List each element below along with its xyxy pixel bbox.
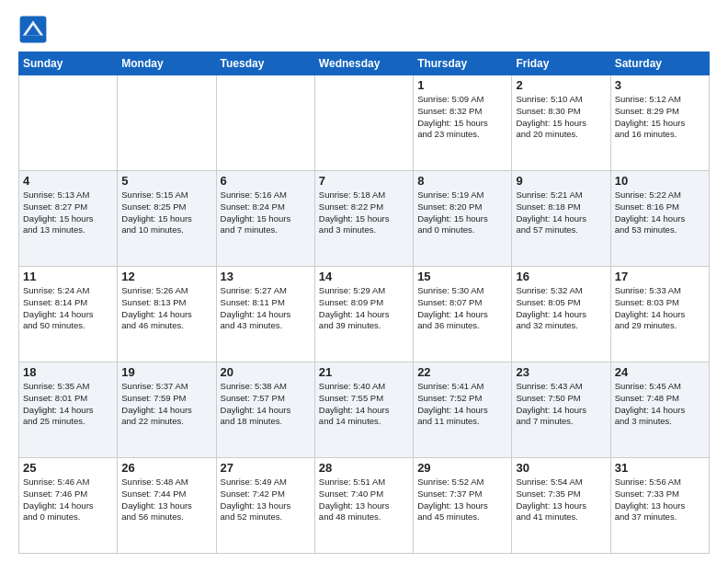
day-number: 30 bbox=[516, 461, 606, 475]
calendar-cell: 5Sunrise: 5:15 AM Sunset: 8:25 PM Daylig… bbox=[118, 171, 216, 267]
day-number: 18 bbox=[23, 365, 113, 379]
calendar-cell: 27Sunrise: 5:49 AM Sunset: 7:42 PM Dayli… bbox=[216, 458, 314, 554]
day-number: 25 bbox=[23, 461, 113, 475]
day-info: Sunrise: 5:56 AM Sunset: 7:33 PM Dayligh… bbox=[615, 477, 705, 523]
page: SundayMondayTuesdayWednesdayThursdayFrid… bbox=[0, 0, 728, 563]
calendar-cell bbox=[216, 75, 314, 171]
day-number: 14 bbox=[319, 270, 409, 283]
calendar-cell bbox=[118, 75, 216, 171]
weekday-header-sunday: Sunday bbox=[19, 52, 118, 75]
calendar-cell: 4Sunrise: 5:13 AM Sunset: 8:27 PM Daylig… bbox=[19, 171, 118, 267]
day-number: 28 bbox=[319, 461, 409, 475]
weekday-header-wednesday: Wednesday bbox=[314, 52, 413, 75]
calendar-cell: 10Sunrise: 5:22 AM Sunset: 8:16 PM Dayli… bbox=[610, 171, 709, 267]
logo bbox=[18, 15, 51, 44]
day-info: Sunrise: 5:54 AM Sunset: 7:35 PM Dayligh… bbox=[516, 477, 606, 523]
day-number: 13 bbox=[221, 270, 311, 283]
day-info: Sunrise: 5:52 AM Sunset: 7:37 PM Dayligh… bbox=[417, 477, 507, 523]
day-number: 29 bbox=[417, 461, 507, 475]
day-info: Sunrise: 5:22 AM Sunset: 8:16 PM Dayligh… bbox=[615, 190, 705, 236]
day-info: Sunrise: 5:45 AM Sunset: 7:48 PM Dayligh… bbox=[615, 381, 705, 428]
calendar-cell: 31Sunrise: 5:56 AM Sunset: 7:33 PM Dayli… bbox=[610, 458, 709, 554]
day-info: Sunrise: 5:49 AM Sunset: 7:42 PM Dayligh… bbox=[221, 477, 311, 523]
day-info: Sunrise: 5:12 AM Sunset: 8:29 PM Dayligh… bbox=[615, 94, 705, 141]
day-info: Sunrise: 5:30 AM Sunset: 8:07 PM Dayligh… bbox=[417, 285, 507, 332]
day-number: 19 bbox=[121, 365, 211, 379]
day-info: Sunrise: 5:32 AM Sunset: 8:05 PM Dayligh… bbox=[516, 285, 606, 332]
calendar-cell: 29Sunrise: 5:52 AM Sunset: 7:37 PM Dayli… bbox=[414, 458, 512, 554]
day-info: Sunrise: 5:19 AM Sunset: 8:20 PM Dayligh… bbox=[417, 190, 507, 236]
calendar-cell: 26Sunrise: 5:48 AM Sunset: 7:44 PM Dayli… bbox=[118, 458, 216, 554]
weekday-header-thursday: Thursday bbox=[414, 52, 512, 75]
calendar-cell: 21Sunrise: 5:40 AM Sunset: 7:55 PM Dayli… bbox=[314, 362, 413, 458]
day-number: 9 bbox=[516, 174, 606, 188]
day-number: 23 bbox=[516, 365, 606, 379]
day-info: Sunrise: 5:46 AM Sunset: 7:46 PM Dayligh… bbox=[23, 477, 113, 523]
day-number: 31 bbox=[615, 461, 705, 475]
day-number: 4 bbox=[23, 174, 113, 188]
day-number: 15 bbox=[417, 270, 507, 283]
day-number: 21 bbox=[319, 365, 409, 379]
day-info: Sunrise: 5:24 AM Sunset: 8:14 PM Dayligh… bbox=[23, 285, 113, 332]
calendar-cell: 18Sunrise: 5:35 AM Sunset: 8:01 PM Dayli… bbox=[19, 362, 118, 458]
calendar-cell: 25Sunrise: 5:46 AM Sunset: 7:46 PM Dayli… bbox=[19, 458, 118, 554]
day-info: Sunrise: 5:10 AM Sunset: 8:30 PM Dayligh… bbox=[516, 94, 606, 141]
calendar-row-4: 18Sunrise: 5:35 AM Sunset: 8:01 PM Dayli… bbox=[19, 362, 710, 458]
calendar-cell: 16Sunrise: 5:32 AM Sunset: 8:05 PM Dayli… bbox=[512, 267, 610, 362]
day-number: 6 bbox=[221, 174, 311, 188]
weekday-header-saturday: Saturday bbox=[610, 52, 709, 75]
day-info: Sunrise: 5:51 AM Sunset: 7:40 PM Dayligh… bbox=[319, 477, 409, 523]
calendar-cell: 20Sunrise: 5:38 AM Sunset: 7:57 PM Dayli… bbox=[216, 362, 314, 458]
day-info: Sunrise: 5:40 AM Sunset: 7:55 PM Dayligh… bbox=[319, 381, 409, 428]
calendar-cell: 30Sunrise: 5:54 AM Sunset: 7:35 PM Dayli… bbox=[512, 458, 610, 554]
day-number: 26 bbox=[121, 461, 211, 475]
day-info: Sunrise: 5:26 AM Sunset: 8:13 PM Dayligh… bbox=[121, 285, 211, 332]
calendar-cell: 6Sunrise: 5:16 AM Sunset: 8:24 PM Daylig… bbox=[216, 171, 314, 267]
day-number: 5 bbox=[121, 174, 211, 188]
calendar-row-2: 4Sunrise: 5:13 AM Sunset: 8:27 PM Daylig… bbox=[19, 171, 710, 267]
day-number: 2 bbox=[516, 78, 606, 92]
day-info: Sunrise: 5:16 AM Sunset: 8:24 PM Dayligh… bbox=[221, 190, 311, 236]
day-info: Sunrise: 5:09 AM Sunset: 8:32 PM Dayligh… bbox=[417, 94, 507, 141]
calendar-cell: 1Sunrise: 5:09 AM Sunset: 8:32 PM Daylig… bbox=[414, 75, 512, 171]
calendar-row-3: 11Sunrise: 5:24 AM Sunset: 8:14 PM Dayli… bbox=[19, 267, 710, 362]
header bbox=[18, 15, 710, 44]
calendar-cell: 8Sunrise: 5:19 AM Sunset: 8:20 PM Daylig… bbox=[414, 171, 512, 267]
day-number: 17 bbox=[615, 270, 705, 283]
calendar-cell: 19Sunrise: 5:37 AM Sunset: 7:59 PM Dayli… bbox=[118, 362, 216, 458]
weekday-header-row: SundayMondayTuesdayWednesdayThursdayFrid… bbox=[19, 52, 710, 75]
weekday-header-tuesday: Tuesday bbox=[216, 52, 314, 75]
calendar-cell: 23Sunrise: 5:43 AM Sunset: 7:50 PM Dayli… bbox=[512, 362, 610, 458]
day-number: 12 bbox=[121, 270, 211, 283]
calendar-cell: 2Sunrise: 5:10 AM Sunset: 8:30 PM Daylig… bbox=[512, 75, 610, 171]
calendar-cell: 14Sunrise: 5:29 AM Sunset: 8:09 PM Dayli… bbox=[314, 267, 413, 362]
day-info: Sunrise: 5:18 AM Sunset: 8:22 PM Dayligh… bbox=[319, 190, 409, 236]
calendar-cell bbox=[19, 75, 118, 171]
day-number: 1 bbox=[417, 78, 507, 92]
day-info: Sunrise: 5:27 AM Sunset: 8:11 PM Dayligh… bbox=[221, 285, 311, 332]
day-number: 27 bbox=[221, 461, 311, 475]
day-info: Sunrise: 5:43 AM Sunset: 7:50 PM Dayligh… bbox=[516, 381, 606, 428]
calendar-row-5: 25Sunrise: 5:46 AM Sunset: 7:46 PM Dayli… bbox=[19, 458, 710, 554]
day-number: 20 bbox=[221, 365, 311, 379]
calendar-cell: 7Sunrise: 5:18 AM Sunset: 8:22 PM Daylig… bbox=[314, 171, 413, 267]
calendar-cell: 17Sunrise: 5:33 AM Sunset: 8:03 PM Dayli… bbox=[610, 267, 709, 362]
day-number: 16 bbox=[516, 270, 606, 283]
day-number: 22 bbox=[417, 365, 507, 379]
logo-icon bbox=[18, 15, 48, 44]
calendar-cell: 28Sunrise: 5:51 AM Sunset: 7:40 PM Dayli… bbox=[314, 458, 413, 554]
calendar-cell: 13Sunrise: 5:27 AM Sunset: 8:11 PM Dayli… bbox=[216, 267, 314, 362]
weekday-header-monday: Monday bbox=[118, 52, 216, 75]
day-number: 3 bbox=[615, 78, 705, 92]
calendar-cell: 12Sunrise: 5:26 AM Sunset: 8:13 PM Dayli… bbox=[118, 267, 216, 362]
day-info: Sunrise: 5:29 AM Sunset: 8:09 PM Dayligh… bbox=[319, 285, 409, 332]
calendar-cell: 22Sunrise: 5:41 AM Sunset: 7:52 PM Dayli… bbox=[414, 362, 512, 458]
calendar-row-1: 1Sunrise: 5:09 AM Sunset: 8:32 PM Daylig… bbox=[19, 75, 710, 171]
day-number: 24 bbox=[615, 365, 705, 379]
day-info: Sunrise: 5:15 AM Sunset: 8:25 PM Dayligh… bbox=[121, 190, 211, 236]
day-info: Sunrise: 5:38 AM Sunset: 7:57 PM Dayligh… bbox=[221, 381, 311, 428]
calendar-cell: 15Sunrise: 5:30 AM Sunset: 8:07 PM Dayli… bbox=[414, 267, 512, 362]
calendar-cell bbox=[314, 75, 413, 171]
day-number: 11 bbox=[23, 270, 113, 283]
day-info: Sunrise: 5:13 AM Sunset: 8:27 PM Dayligh… bbox=[23, 190, 113, 236]
